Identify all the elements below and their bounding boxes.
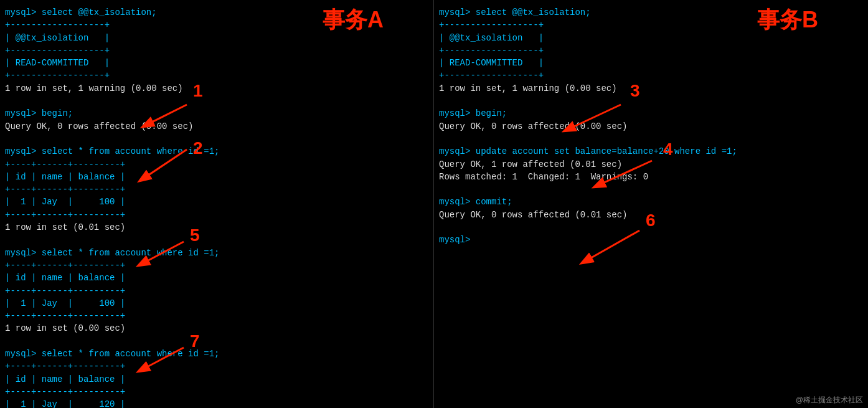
line: +------------------+ (5, 44, 428, 57)
line: | READ-COMMITTED | (439, 57, 863, 69)
line: | READ-COMMITTED | (5, 57, 428, 69)
line: +------------------+ (439, 44, 863, 57)
line: mysql> update account set balance=balanc… (439, 145, 863, 158)
line: +----+------+---------+ (5, 158, 428, 171)
line: +------------------+ (439, 69, 863, 82)
watermark: @稀土掘金技术社区 (796, 395, 863, 406)
left-terminal: mysql> select @@tx_isolation; +---------… (5, 6, 428, 408)
line: 1 row in set, 1 warning (0.00 sec) (5, 82, 428, 95)
title-b: 事务B (757, 5, 818, 36)
line: mysql> begin; (5, 107, 428, 120)
line: | 1 | Jay | 100 | (5, 297, 428, 310)
right-panel: 事务B mysql> select @@tx_isolation; +-----… (434, 0, 868, 408)
line: 1 row in set, 1 warning (0.00 sec) (439, 82, 863, 95)
annotation-1: 1 (193, 81, 203, 101)
line: 1 row in set (0.00 sec) (5, 322, 428, 334)
line: | id | name | balance | (5, 373, 428, 386)
line (5, 234, 428, 246)
annotation-5: 5 (190, 225, 200, 245)
annotation-7: 7 (190, 331, 200, 351)
line: +----+------+---------+ (5, 259, 428, 272)
line: +----+------+---------+ (5, 285, 428, 297)
line: 1 row in set (0.01 sec) (5, 221, 428, 234)
line: +----+------+---------+ (5, 310, 428, 322)
line: +----+------+---------+ (5, 360, 428, 372)
line (5, 95, 428, 107)
line: | 1 | Jay | 100 | (5, 196, 428, 208)
line: Rows matched: 1 Changed: 1 Warnings: 0 (439, 171, 863, 183)
line: | id | name | balance | (5, 272, 428, 284)
annotation-3: 3 (630, 81, 640, 101)
line: mysql> select * from account where id =1… (5, 247, 428, 259)
title-a: 事务A (323, 5, 384, 36)
line: Query OK, 0 rows affected (0.00 sec) (439, 120, 863, 133)
line: | id | name | balance | (5, 171, 428, 183)
annotation-4: 4 (663, 140, 673, 159)
line: mysql> (439, 234, 863, 246)
line: mysql> begin; (439, 107, 863, 120)
line: Query OK, 1 row affected (0.01 sec) (439, 158, 863, 171)
line: +------------------+ (5, 69, 428, 82)
line (5, 133, 428, 145)
line: +----+------+---------+ (5, 183, 428, 196)
annotation-2: 2 (193, 138, 203, 158)
annotation-6: 6 (646, 211, 656, 230)
line: | 1 | Jay | 120 | (5, 398, 428, 408)
line: +----+------+---------+ (5, 386, 428, 398)
line: mysql> select * from account where id =1… (5, 145, 428, 158)
line: mysql> commit; (439, 196, 863, 208)
line: +----+------+---------+ (5, 209, 428, 221)
line: Query OK, 0 rows affected (0.00 sec) (5, 120, 428, 133)
line: mysql> select * from account where id =1… (5, 348, 428, 360)
line (439, 95, 863, 107)
line (439, 133, 863, 145)
line (5, 335, 428, 348)
line (439, 183, 863, 196)
left-panel: 事务A mysql> select @@tx_isolation; +-----… (0, 0, 434, 408)
